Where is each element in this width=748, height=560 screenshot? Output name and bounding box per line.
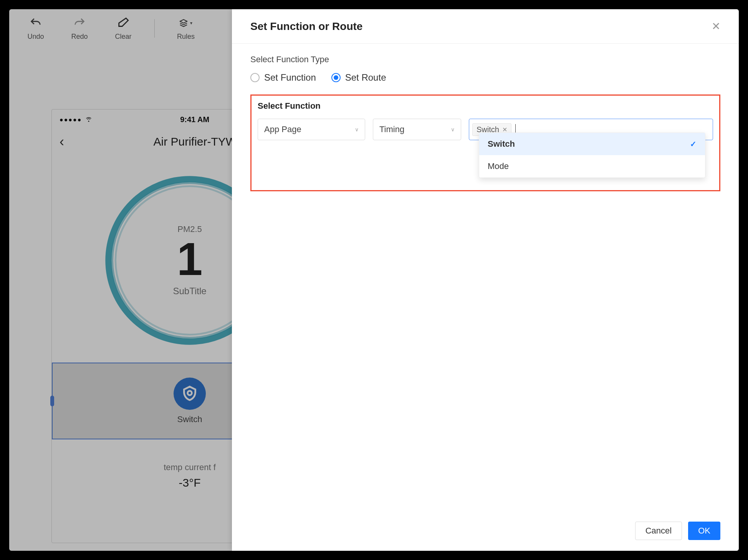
- modal-header: Set Function or Route ✕: [232, 9, 739, 44]
- svg-point-4: [188, 391, 192, 395]
- radio-set-route-label: Set Route: [345, 72, 386, 83]
- close-icon[interactable]: ✕: [712, 20, 720, 33]
- radio-icon: [250, 73, 260, 82]
- rules-button[interactable]: ▾ Rules: [169, 17, 203, 41]
- radio-set-function[interactable]: Set Function: [250, 72, 316, 83]
- select-app-page[interactable]: App Page ∨: [258, 119, 365, 140]
- dropdown-item-label: Mode: [488, 161, 509, 171]
- radio-icon: [331, 73, 341, 82]
- pm25-subtitle: SubTitle: [173, 286, 206, 297]
- undo-button[interactable]: Undo: [18, 17, 53, 41]
- check-icon: ✓: [690, 139, 697, 149]
- select-app-page-value: App Page: [264, 124, 301, 134]
- select-function-highlight: Select Function App Page ∨ Timing ∨ Swit…: [250, 94, 720, 191]
- svg-marker-0: [180, 19, 187, 23]
- dropdown-item-mode[interactable]: Mode: [479, 155, 705, 177]
- ok-button-label: OK: [698, 526, 710, 536]
- dropdown-item-switch[interactable]: Switch ✓: [479, 133, 705, 155]
- radio-set-route[interactable]: Set Route: [331, 72, 386, 83]
- modal-footer: Cancel OK: [232, 515, 739, 551]
- select-timing-value: Timing: [379, 124, 404, 134]
- function-type-label: Select Function Type: [250, 55, 720, 65]
- modal-title: Set Function or Route: [250, 20, 362, 33]
- eraser-icon: [117, 17, 130, 30]
- rules-label: Rules: [177, 33, 195, 41]
- function-type-radio-group: Set Function Set Route: [250, 72, 720, 83]
- power-icon: [174, 378, 206, 410]
- wifi-icon: [85, 115, 93, 124]
- layers-icon: ▾: [179, 17, 192, 30]
- back-icon[interactable]: ‹: [60, 134, 73, 150]
- pm25-value: 1: [177, 236, 203, 282]
- clear-button[interactable]: Clear: [106, 17, 141, 41]
- function-dropdown: Switch ✓ Mode: [479, 133, 705, 178]
- undo-label: Undo: [27, 33, 44, 41]
- signal-dots-icon: ●●●●●: [60, 116, 82, 123]
- select-function-label: Select Function: [258, 101, 713, 111]
- tag-remove-icon[interactable]: ✕: [502, 126, 507, 133]
- redo-label: Redo: [71, 33, 88, 41]
- selection-handle[interactable]: [50, 396, 54, 406]
- dropdown-item-label: Switch: [488, 139, 515, 149]
- cancel-button-label: Cancel: [645, 526, 672, 536]
- select-timing[interactable]: Timing ∨: [373, 119, 461, 140]
- set-function-modal: Set Function or Route ✕ Select Function …: [232, 9, 739, 551]
- status-time: 9:41 AM: [180, 115, 209, 124]
- radio-set-function-label: Set Function: [264, 72, 316, 83]
- undo-icon: [29, 17, 42, 30]
- caret-down-icon: ▾: [190, 20, 192, 26]
- chevron-down-icon: ∨: [451, 126, 455, 133]
- redo-icon: [73, 17, 86, 30]
- switch-label: Switch: [177, 414, 202, 424]
- ok-button[interactable]: OK: [688, 522, 720, 540]
- clear-label: Clear: [115, 33, 131, 41]
- toolbar-divider: [154, 19, 155, 38]
- modal-body: Select Function Type Set Function Set Ro…: [232, 44, 739, 515]
- redo-button[interactable]: Redo: [62, 17, 97, 41]
- chevron-down-icon: ∨: [355, 126, 359, 133]
- cancel-button[interactable]: Cancel: [635, 522, 682, 540]
